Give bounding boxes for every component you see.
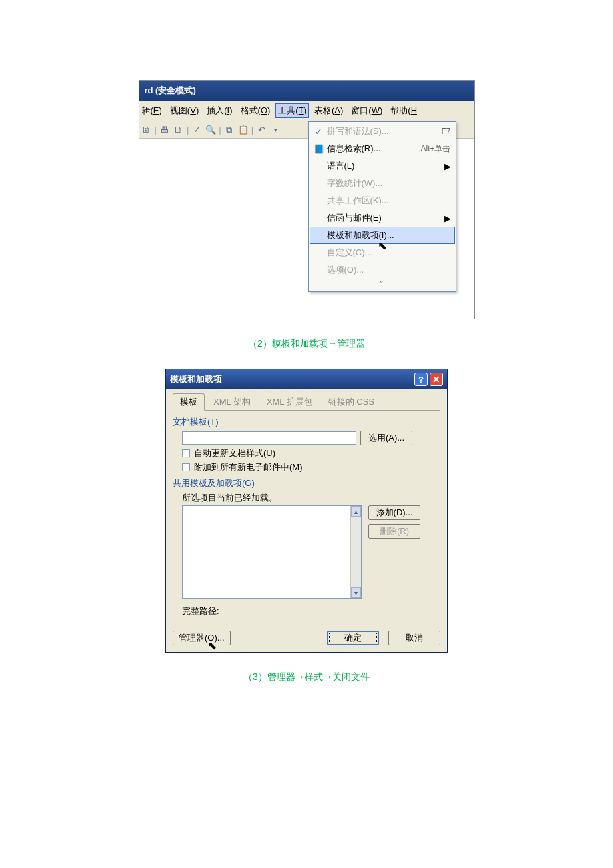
menu-view[interactable]: 视图(V)	[167, 103, 201, 118]
menu-insert[interactable]: 插入(I)	[204, 103, 235, 118]
menubar: 辑(E) 视图(V) 插入(I) 格式(O) 工具(T) 表格(A) 窗口(W)…	[139, 101, 474, 121]
dialog-titlebar: 模板和加载项 ? ✕	[166, 369, 447, 389]
scroll-down-icon[interactable]: ▾	[351, 587, 361, 598]
word-title-bar: rd (安全模式)	[139, 81, 474, 101]
menu-item-options[interactable]: 选项(O)...	[310, 261, 455, 279]
print-preview-icon[interactable]: 🗋	[173, 124, 185, 136]
copy-icon[interactable]: ⧉	[223, 124, 235, 136]
addins-listbox[interactable]: ▴ ▾	[182, 505, 362, 599]
caption-step2: （2）模板和加载项→管理器	[0, 338, 613, 350]
tab-xml-expansion[interactable]: XML 扩展包	[259, 393, 320, 411]
check-icon: ✓	[315, 127, 322, 137]
organizer-button[interactable]: 管理器(O)...	[173, 631, 231, 645]
paste-icon[interactable]: 📋	[237, 124, 249, 136]
undo-dropdown-icon[interactable]: ▾	[269, 124, 281, 136]
menu-item-wordcount[interactable]: 字数统计(W)...	[310, 175, 455, 192]
menu-item-spelling[interactable]: ✓ 拼写和语法(S)... F7	[310, 123, 455, 140]
screenshot-templates-dialog: 模板和加载项 ? ✕ 模板 XML 架构 XML 扩展包 链接的 CSS 文档模…	[165, 369, 448, 653]
tools-dropdown: ✓ 拼写和语法(S)... F7 📘 信息检索(R)... Alt+单击 语言(…	[308, 121, 456, 292]
menu-table[interactable]: 表格(A)	[312, 103, 346, 118]
print-icon[interactable]: 🖶	[159, 124, 171, 136]
checkbox-icon	[182, 463, 190, 471]
chk-attach-new-email[interactable]: 附加到所有新电子邮件中(M)	[182, 461, 440, 473]
research-icon[interactable]: 🔍	[205, 124, 217, 136]
book-search-icon: 📘	[314, 144, 324, 154]
cancel-button[interactable]: 取消	[388, 631, 440, 645]
loaded-note: 所选项目当前已经加载。	[182, 492, 440, 504]
menu-item-templates-addins[interactable]: 模板和加载项(I)...	[310, 227, 455, 244]
menu-format[interactable]: 格式(O)	[238, 103, 273, 118]
shared-templates-heading: 共用模板及加载项(G)	[173, 477, 440, 489]
new-doc-icon[interactable]: 🗎	[141, 124, 153, 136]
chevron-down-icon: ˅	[380, 281, 385, 289]
caption-step3: （3）管理器→样式→关闭文件	[0, 671, 613, 683]
chk-auto-update-styles[interactable]: 自动更新文档样式(U)	[182, 447, 440, 459]
menu-item-customize[interactable]: 自定义(C)...	[310, 244, 455, 261]
tab-xml-schema[interactable]: XML 架构	[206, 393, 258, 411]
remove-button[interactable]: 删除(R)	[368, 524, 420, 539]
menu-item-shared-workspace[interactable]: 共享工作区(K)...	[310, 192, 455, 209]
tab-template[interactable]: 模板	[173, 393, 205, 411]
tab-linked-css[interactable]: 链接的 CSS	[321, 393, 382, 411]
help-button[interactable]: ?	[414, 373, 428, 386]
menu-help[interactable]: 帮助(H	[388, 103, 420, 118]
spellcheck-icon[interactable]: ✓	[191, 124, 203, 136]
listbox-scrollbar[interactable]: ▴ ▾	[350, 506, 361, 598]
close-button[interactable]: ✕	[430, 373, 443, 386]
menu-item-language[interactable]: 语言(L) ▶	[310, 157, 455, 175]
menu-window[interactable]: 窗口(W)	[348, 103, 385, 118]
scroll-up-icon[interactable]: ▴	[351, 506, 361, 517]
chevron-right-icon: ▶	[444, 213, 451, 223]
ok-button[interactable]: 确定	[327, 631, 379, 645]
dialog-title-text: 模板和加载项	[170, 373, 412, 385]
full-path-label: 完整路径:	[182, 605, 440, 617]
select-template-button[interactable]: 选用(A)...	[360, 431, 412, 445]
menu-item-research[interactable]: 📘 信息检索(R)... Alt+单击	[310, 140, 455, 157]
menu-item-letters-mail[interactable]: 信函与邮件(E) ▶	[310, 209, 455, 227]
dialog-tabs: 模板 XML 架构 XML 扩展包 链接的 CSS	[173, 393, 440, 411]
checkbox-icon	[182, 449, 190, 457]
word-title-text: rd (安全模式)	[145, 85, 196, 95]
add-button[interactable]: 添加(D)...	[368, 505, 420, 520]
doc-template-path-input[interactable]	[182, 431, 356, 445]
undo-icon[interactable]: ↶	[255, 124, 267, 136]
menu-edit[interactable]: 辑(E)	[139, 103, 165, 118]
menu-tools[interactable]: 工具(T)	[275, 103, 309, 118]
chevron-right-icon: ▶	[444, 161, 451, 171]
menu-expand-chevron[interactable]: ˅	[310, 279, 455, 291]
screenshot-word-menu: rd (安全模式) 辑(E) 视图(V) 插入(I) 格式(O) 工具(T) 表…	[139, 80, 475, 319]
doc-template-heading: 文档模板(T)	[173, 416, 440, 428]
